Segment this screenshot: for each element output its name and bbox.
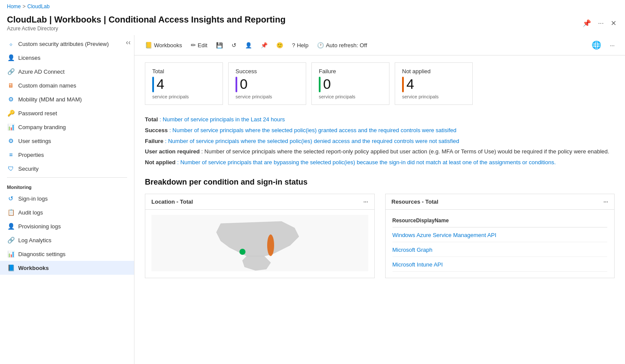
breadcrumb-separator: > (23, 3, 26, 10)
toolbar-extra-icon[interactable]: 🌐 (588, 39, 605, 52)
help-label: Help (297, 42, 308, 49)
sidebar-item-mobility[interactable]: ⚙ Mobility (MDM and MAM) (0, 92, 134, 106)
autorefresh-button[interactable]: 🕐 Auto refresh: Off (314, 40, 370, 50)
resource-row-2[interactable]: Microsoft Graph (393, 243, 608, 257)
sidebar-item-label: Custom security attributes (Preview) (18, 41, 109, 47)
sidebar-item-licenses[interactable]: 👤 Licenses (0, 51, 134, 65)
breadcrumb-current[interactable]: CloudLab (27, 3, 49, 10)
content-area: 📒 Workbooks ✏ Edit 💾 ↺ 👤 📌 🙂 (134, 35, 625, 364)
sidebar-item-azure-ad-connect[interactable]: 🔗 Azure AD Connect (0, 65, 134, 78)
description-area: Total : Number of service principals in … (145, 115, 615, 167)
total-value: 4 (157, 76, 164, 92)
sidebar-item-label: Licenses (18, 55, 40, 61)
success-bar (236, 77, 237, 92)
sidebar-item-properties[interactable]: ≡ Properties (0, 148, 134, 162)
workbooks-icon: 📘 (7, 264, 15, 272)
location-ellipsis[interactable]: ··· (363, 198, 368, 205)
resources-panel-header: Resources - Total ··· (386, 194, 615, 210)
help-icon: ? (292, 42, 295, 49)
resources-ellipsis[interactable]: ··· (603, 198, 608, 205)
provisioning-logs-icon: 👤 (7, 222, 15, 230)
save-icon: 💾 (216, 42, 223, 49)
audit-logs-icon: 📋 (7, 208, 15, 216)
toolbar: 📒 Workbooks ✏ Edit 💾 ↺ 👤 📌 🙂 (134, 35, 625, 55)
help-button[interactable]: ? Help (288, 40, 312, 50)
desc-success-text: : Number of service principals where the… (169, 127, 456, 133)
security-icon: 🛡 (7, 165, 15, 172)
sidebar-item-diagnostic-settings[interactable]: 📊 Diagnostic settings (0, 247, 134, 261)
sidebar-item-user-settings[interactable]: ⚙ User settings (0, 134, 134, 148)
autorefresh-icon: 🕐 (317, 42, 324, 49)
sidebar-item-company-branding[interactable]: 📊 Company branding (0, 120, 134, 134)
user-settings-icon: ⚙ (7, 137, 15, 145)
desc-total-text: : Number of service principals in the La… (160, 116, 285, 123)
resource-row-3[interactable]: Microsoft Intune API (393, 258, 608, 272)
desc-user-action-label: User action required (145, 148, 200, 155)
summary-cards: Total 4 service principals Success 0 ser… (145, 62, 615, 105)
desc-failure: Failure : Number of service principals w… (145, 137, 615, 146)
user-button[interactable]: 👤 (242, 40, 255, 50)
mobility-icon: ⚙ (7, 95, 15, 103)
sidebar-item-provisioning-logs[interactable]: 👤 Provisioning logs (0, 219, 134, 233)
pin-toolbar-button[interactable]: 📌 (257, 40, 271, 50)
user-icon: 👤 (245, 42, 252, 49)
custom-security-icon: ⬦ (7, 40, 15, 48)
workbooks-button[interactable]: 📒 Workbooks (141, 40, 186, 50)
desc-user-action: User action required : Number of service… (145, 147, 615, 156)
table-row: Windows Azure Service Management API (393, 228, 608, 242)
not-applied-value-row: 4 (402, 76, 465, 92)
header-actions: 📌 ··· ✕ (581, 17, 618, 29)
refresh-icon: ↺ (232, 42, 236, 49)
pin-icon[interactable]: 📌 (581, 17, 593, 29)
failure-value-row: 0 (319, 76, 382, 92)
sidebar-item-custom-security[interactable]: ⬦ Custom security attributes (Preview) (0, 37, 134, 51)
location-panel-content (145, 210, 374, 276)
sidebar-item-password-reset[interactable]: 🔑 Password reset (0, 106, 134, 120)
breakdown-title: Breakdown per condition and sign-in stat… (145, 178, 615, 187)
close-button[interactable]: ✕ (609, 17, 618, 29)
sidebar-item-label: Audit logs (18, 209, 43, 216)
sidebar-item-custom-domain[interactable]: 🖥 Custom domain names (0, 78, 134, 92)
sidebar-item-workbooks[interactable]: 📘 Workbooks (0, 261, 134, 275)
breakdown-grid: Location - Total ··· (145, 194, 615, 278)
failure-value: 0 (323, 76, 331, 92)
sidebar-item-label: Workbooks (18, 265, 49, 271)
azure-ad-connect-icon: 🔗 (7, 68, 15, 75)
save-button[interactable]: 💾 (213, 40, 226, 50)
success-label: Success (236, 68, 299, 75)
sidebar-item-audit-logs[interactable]: 📋 Audit logs (0, 205, 134, 219)
resources-panel: Resources - Total ··· ResourceDisplayNam… (385, 194, 615, 278)
success-card: Success 0 service principals (228, 62, 306, 105)
sidebar-item-log-analytics[interactable]: 🔗 Log Analytics (0, 233, 134, 247)
sidebar-divider (7, 177, 127, 178)
sidebar-collapse-button[interactable]: ‹‹ (126, 39, 131, 46)
table-row: Microsoft Intune API (393, 258, 608, 272)
location-panel: Location - Total ··· (145, 194, 375, 278)
desc-total-label: Total (145, 116, 158, 123)
resource-row-1[interactable]: Windows Azure Service Management API (393, 228, 608, 242)
desc-not-applied: Not applied : Number of service principa… (145, 158, 615, 167)
sidebar-item-security[interactable]: 🛡 Security (0, 162, 134, 176)
content-body: Total 4 service principals Success 0 ser… (134, 55, 625, 364)
map-svg (195, 215, 325, 271)
map-dot-green (239, 249, 245, 255)
toolbar-ellipsis[interactable]: ··· (606, 40, 618, 50)
password-reset-icon: 🔑 (7, 109, 15, 117)
not-applied-sub: service principals (402, 94, 465, 99)
refresh-button[interactable]: ↺ (228, 40, 240, 50)
resources-panel-content: ResourceDisplayName Windows Azure Servic… (386, 210, 615, 278)
sidebar-item-label: Custom domain names (18, 82, 76, 89)
success-value: 0 (240, 76, 248, 92)
sidebar-item-label: Mobility (MDM and MAM) (18, 96, 82, 103)
autorefresh-label: Auto refresh: Off (326, 42, 367, 49)
ellipsis-icon[interactable]: ··· (596, 18, 605, 29)
total-bar (152, 77, 154, 92)
desc-total: Total : Number of service principals in … (145, 115, 615, 124)
desc-user-action-text: : Number of service principals where the… (201, 148, 609, 155)
main-layout: ‹‹ ⬦ Custom security attributes (Preview… (0, 35, 625, 364)
resources-table: ResourceDisplayName Windows Azure Servic… (392, 215, 609, 273)
sidebar-item-sign-in-logs[interactable]: ↺ Sign-in logs (0, 192, 134, 205)
breadcrumb-home[interactable]: Home (7, 3, 21, 10)
edit-button[interactable]: ✏ Edit (187, 40, 211, 50)
feedback-button[interactable]: 🙂 (273, 40, 287, 50)
